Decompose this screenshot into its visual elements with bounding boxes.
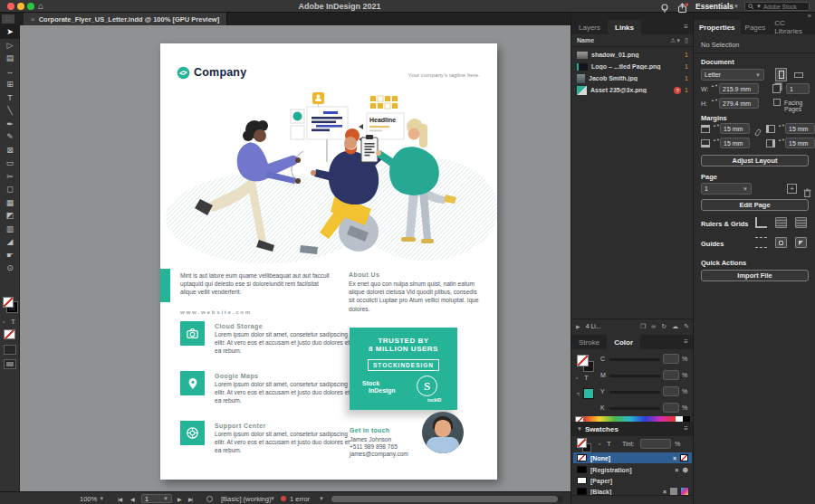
link-row-jacob-smith[interactable]: Jacob Smith.jpg 1 bbox=[571, 72, 694, 84]
preview-mode-button[interactable] bbox=[4, 359, 16, 369]
hand-tool[interactable]: ☛ bbox=[0, 249, 20, 262]
last-used-color-swatch[interactable] bbox=[583, 388, 594, 399]
content-collector-tool[interactable]: ⊞ bbox=[0, 78, 20, 91]
swatches-affects-text-icon[interactable]: T bbox=[607, 440, 611, 448]
contact-email[interactable]: james@company.com bbox=[350, 450, 408, 458]
cyan-slider[interactable] bbox=[609, 358, 660, 361]
scissors-tool[interactable]: ✂ bbox=[0, 170, 20, 184]
feature-title-google-maps[interactable]: Google Maps bbox=[215, 373, 258, 379]
swatches-panel-menu-icon[interactable]: ≡ bbox=[684, 424, 688, 433]
pen-tool[interactable]: ✒ bbox=[0, 118, 20, 131]
facing-pages-checkbox[interactable] bbox=[773, 99, 781, 106]
show-guides-icon[interactable] bbox=[755, 237, 767, 248]
formatting-affects-text-icon[interactable]: T bbox=[11, 318, 15, 326]
margins-link-icon[interactable] bbox=[753, 125, 762, 141]
adobe-stock-search[interactable]: ▼ Adobe Stock bbox=[744, 2, 810, 11]
swatch-row-paper[interactable]: [Paper] bbox=[573, 475, 692, 486]
pages-count-field[interactable]: 1 bbox=[786, 83, 810, 94]
cloud-storage-icon[interactable] bbox=[180, 321, 205, 346]
link-row-asset[interactable]: Asset 235@3x.png ? 1 bbox=[571, 84, 694, 96]
swatch-row-none[interactable]: [None] × bbox=[573, 452, 692, 463]
magenta-slider[interactable] bbox=[609, 375, 660, 377]
add-page-button[interactable]: + bbox=[787, 184, 797, 194]
formatting-affects-container-icon[interactable]: ▫ bbox=[3, 319, 5, 325]
tab-links[interactable]: Links bbox=[608, 20, 641, 34]
tab-color[interactable]: Color bbox=[607, 335, 640, 349]
apply-none-button[interactable] bbox=[4, 329, 15, 339]
document-tab[interactable]: × Corporate_Flyer_US_Letter.indd @ 100% … bbox=[24, 13, 227, 25]
margin-top-field[interactable]: 15 mm bbox=[720, 123, 750, 134]
link-page-number[interactable]: 1 bbox=[685, 63, 688, 70]
edit-original-icon[interactable]: ✎ bbox=[684, 323, 689, 330]
edit-page-button[interactable]: Edit Page bbox=[701, 199, 809, 211]
update-link-icon[interactable]: ↻ bbox=[661, 323, 666, 330]
contact-title[interactable]: Get in touch bbox=[350, 427, 389, 433]
horizontal-scrollbar-thumb[interactable] bbox=[331, 496, 558, 502]
horizontal-scrollbar-track[interactable] bbox=[331, 496, 563, 502]
preflight-profile-dropdown[interactable]: [Basic] (working) bbox=[221, 492, 271, 504]
flyer-website[interactable]: w w w . w e b s i t e . c o m bbox=[180, 309, 250, 315]
toolbar-dock-handle[interactable]: ∷ bbox=[2, 14, 14, 24]
frame-tool[interactable]: ⊠ bbox=[0, 144, 20, 157]
missing-link-badge[interactable]: ? bbox=[674, 87, 681, 94]
preflight-profile-chevron-icon[interactable]: ▼ bbox=[270, 492, 275, 504]
feature-body-cloud-storage[interactable]: Lorem ipsum dolor sit amet, consetetur s… bbox=[215, 331, 353, 356]
pencil-tool[interactable]: ✎ bbox=[0, 130, 20, 144]
swatch-row-registration[interactable]: [Registration] × ⊕ bbox=[573, 464, 692, 475]
flyer-intro-text[interactable]: Mint is aut lature eum quame vellibeaqua… bbox=[180, 271, 332, 297]
note-tool[interactable]: ▥ bbox=[0, 223, 20, 236]
support-center-icon[interactable] bbox=[180, 421, 205, 445]
import-file-button[interactable]: Import File bbox=[701, 270, 809, 281]
feature-title-support-center[interactable]: Support Center bbox=[215, 423, 266, 429]
link-page-number[interactable]: 1 bbox=[685, 52, 688, 58]
selection-tool[interactable]: ➤ bbox=[0, 25, 20, 39]
flyer-logo-icon[interactable] bbox=[177, 66, 190, 83]
line-tool[interactable]: ╲ bbox=[0, 104, 20, 118]
type-tool[interactable]: T bbox=[0, 91, 20, 105]
first-page-button[interactable]: |◀ bbox=[118, 492, 121, 504]
portrait-orientation-button[interactable] bbox=[775, 68, 787, 81]
flyer-page[interactable]: Company Your company's tagline here. bbox=[160, 43, 497, 480]
page-tool[interactable]: ▤ bbox=[0, 52, 20, 65]
height-stepper[interactable]: ▲▼ bbox=[711, 99, 717, 102]
color-panel-menu-icon[interactable]: ≡ bbox=[684, 338, 688, 346]
color-fill-proxy[interactable] bbox=[577, 355, 589, 366]
gradient-swatch-tool[interactable]: ▦ bbox=[0, 196, 20, 210]
feature-body-google-maps[interactable]: Lorem ipsum dolor sit amet, consetetur s… bbox=[215, 381, 353, 405]
swatches-collapse-icon[interactable]: ▼ bbox=[577, 426, 582, 432]
tab-layers[interactable]: Layers bbox=[571, 20, 608, 34]
preflight-icon[interactable] bbox=[206, 492, 213, 504]
close-tab-icon[interactable]: × bbox=[31, 15, 35, 24]
about-title[interactable]: About Us bbox=[349, 271, 379, 278]
swatches-fill-proxy[interactable] bbox=[577, 438, 587, 448]
previous-page-button[interactable]: ◀ bbox=[130, 492, 134, 504]
feature-title-cloud-storage[interactable]: Cloud Storage bbox=[215, 323, 263, 329]
cyan-value-field[interactable] bbox=[663, 354, 679, 364]
width-field[interactable]: 215.9 mm bbox=[719, 83, 759, 94]
flyer-tagline[interactable]: Your company's tagline here. bbox=[341, 71, 480, 78]
canvas-pasteboard[interactable]: Company Your company's tagline here. bbox=[20, 25, 570, 491]
trusted-card[interactable]: TRUSTED BY 8 MILLION USERS STOCKINDESIGN… bbox=[350, 328, 457, 410]
tab-cc-libraries[interactable]: CC Libraries bbox=[770, 20, 815, 34]
relink-icon[interactable]: ❐ bbox=[640, 323, 646, 330]
fill-proxy-swatch[interactable] bbox=[3, 297, 14, 308]
gradient-feather-tool[interactable]: ◩ bbox=[0, 209, 20, 223]
zoom-level-dropdown[interactable]: 100%▼ bbox=[80, 492, 104, 504]
height-field[interactable]: 279.4 mm bbox=[719, 98, 759, 109]
tint-value-field[interactable] bbox=[640, 439, 671, 449]
yellow-slider[interactable] bbox=[609, 391, 660, 394]
free-transform-tool[interactable]: ◻ bbox=[0, 183, 20, 196]
last-page-button[interactable]: ▶| bbox=[188, 492, 192, 504]
rectangle-tool[interactable]: ▭ bbox=[0, 157, 20, 170]
link-status-column-icon[interactable]: ⚠▼ bbox=[670, 37, 681, 44]
links-name-column-header[interactable]: Name bbox=[577, 37, 666, 43]
yellow-value-field[interactable] bbox=[663, 386, 679, 396]
cc-libraries-link-icon[interactable]: ☁ bbox=[672, 323, 678, 330]
swatches-affects-container-icon[interactable]: ▫ bbox=[599, 441, 600, 447]
swatches-panel-title[interactable]: Swatches bbox=[585, 425, 618, 433]
tab-stroke[interactable]: Stroke bbox=[571, 335, 607, 349]
flyer-brand-name[interactable]: Company bbox=[194, 66, 246, 79]
about-body[interactable]: Ex enet quo con nulpa sinum quist, natin… bbox=[349, 280, 484, 313]
current-page-dropdown[interactable]: 1▼ bbox=[701, 183, 752, 195]
team-illustration[interactable]: Headline bbox=[160, 91, 497, 263]
